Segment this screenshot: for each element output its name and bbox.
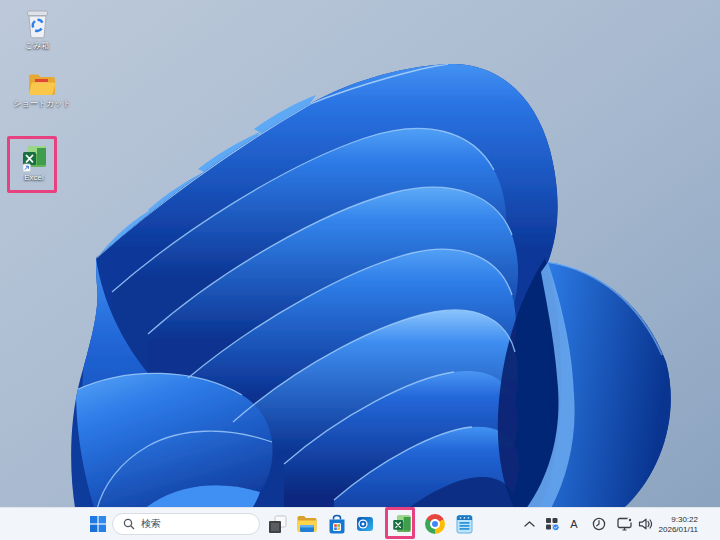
microsoft-store-icon — [327, 514, 347, 535]
taskbar-file-explorer-button[interactable] — [293, 509, 321, 539]
tray-chevron-up-button[interactable] — [521, 509, 537, 539]
taskbar: 検索 — [0, 507, 720, 540]
desktop-icon-label: ごみ箱 — [25, 40, 49, 51]
tray-time: 9:30:22 — [671, 515, 698, 525]
tray-clock[interactable]: 9:30:22 2026/01/11 — [659, 508, 698, 540]
taskbar-outlook-button[interactable] — [351, 509, 379, 539]
annotation-highlight-excel-desktop — [7, 136, 57, 193]
taskbar-microsoft-store-button[interactable] — [323, 509, 351, 539]
clock-icon — [592, 517, 606, 531]
search-icon — [123, 518, 135, 530]
desktop-icon-shortcut-folder[interactable]: ショートカット — [10, 72, 74, 109]
outlook-icon — [355, 514, 375, 534]
task-view-icon — [267, 514, 288, 535]
chevron-up-icon — [524, 521, 535, 527]
tray-windows-security-button[interactable] — [543, 509, 561, 539]
windows-logo-icon — [90, 516, 106, 532]
taskbar-task-view-button[interactable] — [263, 509, 291, 539]
folder-icon — [27, 72, 57, 97]
tray-network-button[interactable] — [615, 509, 634, 539]
chrome-icon — [425, 514, 445, 534]
taskbar-notepad-button[interactable] — [450, 509, 478, 539]
tray-clock-app-button[interactable] — [590, 509, 607, 539]
tray-volume-button[interactable] — [637, 509, 654, 539]
tray-date: 2026/01/11 — [659, 525, 698, 535]
annotation-highlight-excel-taskbar — [385, 507, 415, 539]
windows-security-icon — [545, 517, 560, 531]
recycle-bin-icon — [24, 8, 51, 39]
search-placeholder: 検索 — [141, 517, 161, 531]
tray-ime-mode-button[interactable]: A — [566, 509, 582, 539]
desktop-icon-recycle-bin[interactable]: ごみ箱 — [5, 8, 69, 51]
taskbar-chrome-button[interactable] — [421, 509, 449, 539]
start-button[interactable] — [84, 509, 112, 539]
desktop-icon-label: ショートカット — [13, 98, 70, 109]
wallpaper — [0, 0, 720, 540]
network-display-icon — [617, 517, 633, 531]
file-explorer-icon — [296, 514, 318, 534]
search-box[interactable]: 検索 — [112, 513, 260, 535]
volume-icon — [638, 518, 653, 530]
ime-mode-indicator: A — [570, 518, 577, 530]
notepad-icon — [456, 514, 473, 534]
